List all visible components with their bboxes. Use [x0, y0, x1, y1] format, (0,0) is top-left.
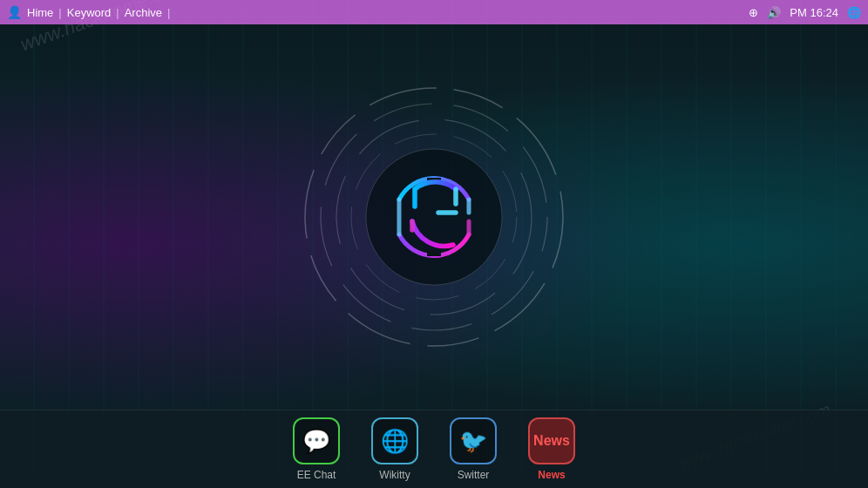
- taskbar-archive[interactable]: Archive: [125, 6, 162, 19]
- taskbar-globe-icon[interactable]: 🌐: [847, 6, 861, 19]
- switter-glyph: 🐦: [459, 428, 487, 455]
- wikitty-icon: 🌐: [371, 417, 418, 464]
- dock-item-switter[interactable]: 🐦 Switter: [443, 417, 504, 481]
- dock-item-wikitty[interactable]: 🌐 Wikitty: [364, 417, 425, 481]
- news-label: News: [538, 469, 565, 481]
- taskbar-keyword[interactable]: Keyword: [67, 6, 112, 19]
- taskbar-left: 👤 Hime | Keyword | Archive |: [7, 5, 175, 19]
- dock-item-ee-chat[interactable]: 💬 EE Chat: [286, 417, 347, 481]
- switter-label: Switter: [458, 469, 490, 481]
- taskbar: 👤 Hime | Keyword | Archive | ⊕ 🔊 PM 16:2…: [0, 0, 868, 24]
- taskbar-home[interactable]: Hime: [27, 6, 53, 19]
- ee-chat-label: EE Chat: [297, 469, 336, 481]
- logo-area: [0, 24, 868, 410]
- dock-item-news[interactable]: News News: [521, 417, 582, 481]
- taskbar-sep3: |: [167, 6, 170, 19]
- taskbar-add-icon[interactable]: ⊕: [749, 6, 758, 19]
- taskbar-time: PM 16:24: [790, 6, 838, 19]
- ee-chat-icon: 💬: [293, 417, 340, 464]
- user-icon: 👤: [7, 5, 22, 19]
- taskbar-volume-icon[interactable]: 🔊: [767, 6, 781, 19]
- wikitty-glyph: 🌐: [381, 428, 409, 455]
- taskbar-right: ⊕ 🔊 PM 16:24 🌐: [749, 6, 861, 19]
- taskbar-sep1: |: [58, 6, 61, 19]
- ee-chat-glyph: 💬: [302, 428, 330, 455]
- logo-svg: [295, 78, 573, 356]
- logo-container: [295, 78, 573, 356]
- switter-icon: 🐦: [450, 417, 497, 464]
- news-icon: News: [528, 417, 575, 464]
- taskbar-sep2: |: [116, 6, 119, 19]
- wikitty-label: Wikitty: [379, 469, 410, 481]
- dock: 💬 EE Chat 🌐 Wikitty 🐦 Switter News News: [0, 410, 868, 488]
- svg-point-4: [366, 149, 502, 285]
- news-glyph: News: [533, 433, 570, 449]
